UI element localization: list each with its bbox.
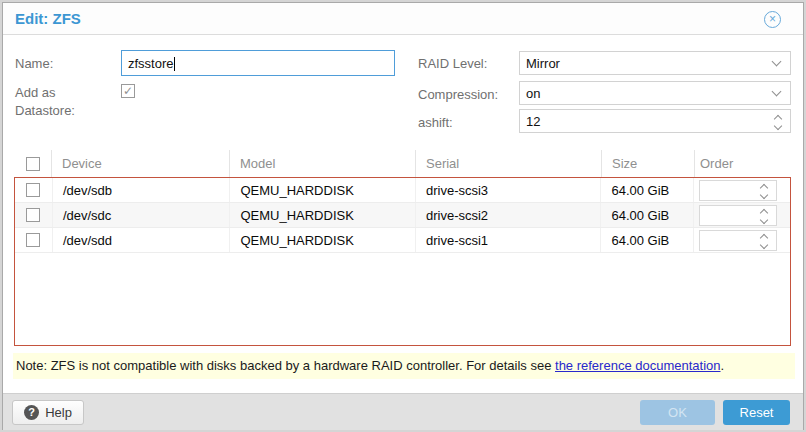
- spin-down-icon[interactable]: [760, 190, 768, 198]
- model-cell: QEMU_HARDDISK: [230, 178, 416, 202]
- serial-cell: drive-scsi3: [416, 178, 602, 202]
- spinner-arrows[interactable]: [761, 233, 767, 248]
- ashift-label: ashift:: [418, 115, 453, 130]
- ashift-spinner[interactable]: 12: [519, 109, 791, 133]
- spin-down-icon[interactable]: [760, 240, 768, 248]
- order-cell: [694, 228, 790, 252]
- order-cell: [694, 203, 790, 227]
- column-header-serial[interactable]: Serial: [416, 150, 602, 177]
- device-cell: /dev/sdb: [53, 178, 231, 202]
- column-header-device[interactable]: Device: [52, 150, 230, 177]
- dialog-title: Edit: ZFS: [15, 3, 81, 35]
- disk-table-body: /dev/sdb QEMU_HARDDISK drive-scsi3 64.00…: [14, 177, 791, 346]
- name-label: Name:: [15, 56, 53, 71]
- row-checkbox[interactable]: [26, 208, 40, 222]
- select-all-checkbox[interactable]: [26, 157, 40, 171]
- dialog-footer: ? Help OK Reset: [3, 393, 803, 430]
- name-value: zfsstore: [128, 56, 174, 71]
- add-as-datastore-label-line1: Add as: [15, 85, 55, 100]
- dialog-titlebar: Edit: ZFS ×: [3, 3, 803, 35]
- compression-value: on: [520, 86, 773, 101]
- size-cell: 64.00 GiB: [601, 178, 694, 202]
- add-as-datastore-checkbox[interactable]: ✓: [121, 84, 135, 98]
- text-caret: [174, 57, 175, 71]
- disk-table-header: Device Model Serial Size Order: [14, 150, 791, 177]
- spin-down-icon[interactable]: [774, 121, 782, 129]
- reference-documentation-link[interactable]: the reference documentation: [555, 358, 721, 373]
- column-header-order[interactable]: Order: [695, 150, 791, 177]
- note-text: Note: ZFS is not compatible with disks b…: [16, 358, 555, 373]
- size-cell: 64.00 GiB: [601, 203, 694, 227]
- close-icon[interactable]: ×: [764, 11, 781, 28]
- raid-level-combo[interactable]: Mirror: [519, 51, 791, 75]
- model-cell: QEMU_HARDDISK: [230, 228, 416, 252]
- column-header-size[interactable]: Size: [602, 150, 695, 177]
- order-spinner[interactable]: [699, 205, 777, 226]
- raid-level-value: Mirror: [520, 56, 773, 71]
- ashift-value: 12: [520, 114, 775, 129]
- raid-level-label: RAID Level:: [418, 56, 487, 71]
- row-checkbox[interactable]: [26, 233, 40, 247]
- table-row[interactable]: /dev/sdb QEMU_HARDDISK drive-scsi3 64.00…: [15, 178, 790, 203]
- name-input[interactable]: zfsstore: [121, 50, 395, 76]
- spinner-arrows[interactable]: [761, 208, 767, 223]
- question-circle-icon: ?: [24, 405, 39, 420]
- row-checkbox-cell: [15, 228, 53, 252]
- compression-combo[interactable]: on: [519, 81, 791, 105]
- serial-cell: drive-scsi2: [416, 203, 602, 227]
- order-spinner[interactable]: [699, 230, 777, 251]
- spinner-arrows[interactable]: [775, 114, 781, 129]
- screen: Edit: ZFS × Name: zfsstore Add as Datast…: [0, 0, 806, 432]
- order-cell: [694, 178, 790, 202]
- column-header-model[interactable]: Model: [230, 150, 416, 177]
- device-cell: /dev/sdd: [53, 228, 231, 252]
- size-cell: 64.00 GiB: [601, 228, 694, 252]
- note-suffix: .: [721, 358, 725, 373]
- row-checkbox[interactable]: [26, 183, 40, 197]
- model-cell: QEMU_HARDDISK: [230, 203, 416, 227]
- chevron-down-icon[interactable]: [772, 56, 782, 66]
- spinner-arrows[interactable]: [761, 183, 767, 198]
- row-checkbox-cell: [15, 178, 53, 202]
- compression-label: Compression:: [418, 87, 498, 102]
- help-button[interactable]: ? Help: [12, 400, 84, 425]
- edit-zfs-dialog: Edit: ZFS × Name: zfsstore Add as Datast…: [2, 2, 804, 430]
- spin-down-icon[interactable]: [760, 215, 768, 223]
- table-row[interactable]: /dev/sdc QEMU_HARDDISK drive-scsi2 64.00…: [15, 203, 790, 228]
- serial-cell: drive-scsi1: [416, 228, 602, 252]
- table-row[interactable]: /dev/sdd QEMU_HARDDISK drive-scsi1 64.00…: [15, 228, 790, 253]
- chevron-down-icon[interactable]: [772, 86, 782, 96]
- order-spinner[interactable]: [699, 180, 777, 201]
- zfs-note: Note: ZFS is not compatible with disks b…: [13, 353, 795, 379]
- help-button-label: Help: [45, 400, 72, 425]
- device-cell: /dev/sdc: [53, 203, 231, 227]
- row-checkbox-cell: [15, 203, 53, 227]
- reset-button[interactable]: Reset: [723, 400, 790, 425]
- select-all-checkbox-cell: [14, 150, 52, 177]
- add-as-datastore-label-line2: Datastore:: [15, 103, 75, 118]
- ok-button[interactable]: OK: [640, 400, 715, 425]
